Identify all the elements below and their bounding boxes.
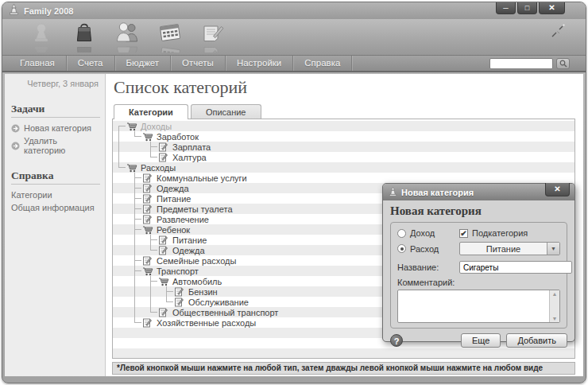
tree-row[interactable]: Халтура: [113, 152, 574, 162]
menu-item-budget[interactable]: Бюджет: [115, 56, 172, 71]
tree-guide: [129, 245, 145, 255]
sidebar-item-categories-help[interactable]: Категории: [11, 190, 100, 200]
tree-label: Заработок: [155, 132, 199, 142]
menu-item-help[interactable]: Справка: [293, 56, 352, 71]
radio-selected-icon[interactable]: [397, 244, 406, 253]
notebook-icon[interactable]: [199, 21, 226, 52]
menu-item-settings[interactable]: Настройки: [226, 56, 293, 71]
comment-label: Комментарий:: [397, 278, 560, 287]
add-button[interactable]: Добавить: [506, 333, 567, 348]
tab-categories[interactable]: Категории: [114, 104, 188, 119]
tree-label: Автомобиль: [171, 277, 222, 286]
more-button[interactable]: Еще: [461, 333, 501, 348]
search-icon: [559, 60, 567, 68]
close-button[interactable]: ✕: [539, 2, 565, 14]
menu-item-accounts[interactable]: Счета: [67, 56, 115, 71]
radio-income[interactable]: Доход: [397, 228, 459, 238]
chevron-down-icon[interactable]: ▼: [547, 243, 559, 255]
family-icon[interactable]: [114, 21, 141, 52]
tree-guide: [113, 152, 129, 162]
tree-label: Ребенок: [155, 225, 190, 235]
tree-row[interactable]: Зарплата: [113, 142, 574, 152]
comment-input[interactable]: [398, 290, 548, 322]
tree-guide: [113, 214, 129, 224]
tree-connector: [129, 214, 142, 224]
menu-item-home[interactable]: Главная: [9, 56, 67, 71]
tree-row[interactable]: Доходы: [113, 121, 574, 131]
comment-scrollbar[interactable]: ▲ ▼: [549, 290, 559, 322]
sidebar-item-general-info[interactable]: Общая информация: [11, 203, 100, 212]
maximize-button[interactable]: □: [517, 2, 537, 14]
tree-label: Предметы туалета: [155, 204, 233, 214]
tree-label: Халтура: [171, 153, 207, 162]
page-icon: [142, 184, 155, 193]
app-window: Family 2008 ─ □ ✕: [2, 2, 586, 383]
sidebar-section-title-help: Справка: [11, 169, 100, 185]
minimize-button[interactable]: ─: [496, 2, 516, 14]
parent-category-select[interactable]: Питание ▼: [459, 242, 560, 255]
shopping-bag-icon[interactable]: [71, 21, 98, 52]
tree-guide: [113, 286, 129, 297]
menu-items: ГлавнаяСчетаБюджетОтчетыНастройкиСправка: [9, 56, 352, 71]
tree-guide: [145, 286, 161, 297]
tree-label: Зарплата: [171, 142, 211, 152]
page-icon: [174, 287, 187, 297]
statue-icon[interactable]: [28, 21, 55, 52]
tree-connector: [145, 142, 158, 152]
tree-label: Расходы: [139, 163, 176, 173]
cart-icon: [158, 277, 171, 286]
tree-row[interactable]: Коммунальные услуги: [113, 173, 574, 183]
tree-connector: [129, 193, 142, 204]
checkbox-checked-icon[interactable]: ✔: [459, 229, 468, 238]
page-icon: [158, 142, 171, 152]
app-logo-icon: [9, 3, 19, 18]
dialog-close-button[interactable]: ✕: [545, 183, 570, 196]
sidebar-item-delete-category[interactable]: Удалить категорию: [11, 136, 100, 155]
radio-expense-label: Расход: [410, 244, 439, 254]
tree-row[interactable]: Заработок: [113, 131, 574, 142]
tree-label: Доходы: [139, 122, 172, 131]
tree-guide: [113, 142, 129, 152]
page-title: Список категорий: [114, 77, 575, 98]
sidebar-section-title-tasks: Задачи: [11, 103, 100, 118]
subcategory-checkbox-row[interactable]: ✔ Подкатегория: [459, 228, 560, 238]
tree-label: Одежда: [155, 184, 189, 193]
dialog-heading: Новая категория: [390, 204, 567, 218]
scroll-up-icon[interactable]: ▲: [552, 291, 558, 297]
cart-icon: [142, 132, 155, 142]
menu-item-reports[interactable]: Отчеты: [171, 56, 226, 71]
tree-connector: [129, 224, 142, 235]
calendar-icon[interactable]: [157, 21, 184, 52]
tree-guide: [113, 255, 129, 266]
tree-guide: [113, 307, 129, 317]
help-button[interactable]: ?: [390, 334, 403, 347]
icon-reflection: [114, 45, 141, 52]
dialog-logo-icon: [389, 185, 397, 200]
tree-label: Коммунальные услуги: [155, 173, 247, 183]
tree-connector: [129, 183, 142, 193]
sparkle-icon: [549, 21, 567, 43]
search-button[interactable]: [556, 58, 570, 69]
radio-icon[interactable]: [397, 229, 406, 238]
tree-connector: [129, 255, 142, 266]
name-input[interactable]: [459, 261, 572, 274]
tree-connector: [161, 297, 174, 307]
tree-guide: [113, 297, 129, 307]
tree-connector: [113, 162, 126, 173]
tree-guide: [113, 193, 129, 204]
sidebar-item-label: Общая информация: [11, 203, 95, 212]
tree-row[interactable]: Расходы: [113, 162, 574, 173]
scroll-down-icon[interactable]: ▼: [552, 316, 558, 321]
dialog-title: Новая категория: [401, 188, 474, 197]
sidebar-item-new-category[interactable]: Новая категория: [11, 123, 100, 133]
tree-guide: [113, 204, 129, 214]
tree-guide: [113, 266, 129, 276]
tree-label: Хозяйственные расходы: [155, 318, 256, 328]
tree-connector: [129, 266, 142, 276]
radio-expense[interactable]: Расход: [397, 244, 459, 254]
cart-icon: [142, 225, 155, 235]
tree-guide: [113, 317, 129, 328]
comment-box: ▲ ▼: [397, 290, 560, 323]
tab-description[interactable]: Описание: [191, 104, 261, 119]
search-input[interactable]: [489, 58, 553, 69]
